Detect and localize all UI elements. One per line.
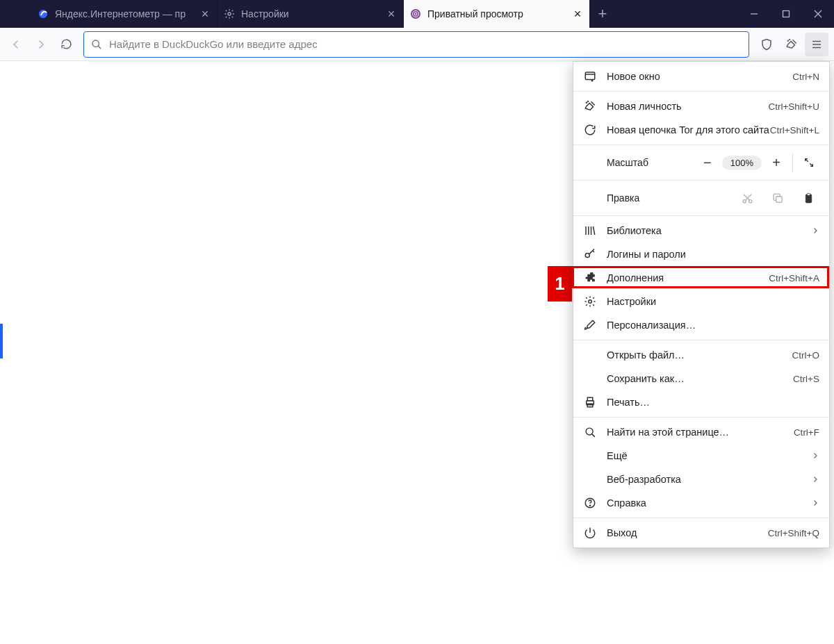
spacer-icon <box>583 472 597 486</box>
zoom-in-button[interactable]: + <box>766 152 787 173</box>
app-menu: Новое окно Ctrl+N Новая личность Ctrl+Sh… <box>573 61 830 548</box>
svg-rect-16 <box>585 72 595 80</box>
address-input[interactable] <box>109 38 742 50</box>
svg-rect-28 <box>807 193 810 195</box>
menu-zoom-row: Масштаб − 100% + <box>573 148 829 177</box>
svg-line-10 <box>98 46 101 49</box>
menu-open-file[interactable]: Открыть файл… Ctrl+O <box>573 343 829 367</box>
chevron-right-icon <box>811 226 819 235</box>
menu-label: Библиотека <box>607 225 806 236</box>
chevron-right-icon <box>811 475 819 484</box>
navbar <box>0 28 834 61</box>
search-icon <box>91 39 102 50</box>
paintbrush-icon <box>583 318 597 332</box>
zoom-out-button[interactable]: − <box>697 152 718 173</box>
titlebar: Яндекс.Интернетометр — пр × Настройки × … <box>0 0 834 28</box>
svg-line-32 <box>594 226 595 235</box>
close-icon[interactable]: × <box>571 8 584 20</box>
cut-button[interactable] <box>736 188 758 208</box>
menu-help[interactable]: Справка <box>573 491 829 515</box>
menu-label: Ещё <box>607 450 806 461</box>
callout-box <box>572 266 829 288</box>
menu-shortcut: Ctrl+N <box>792 72 819 82</box>
tab-settings[interactable]: Настройки × <box>218 0 404 28</box>
svg-point-11 <box>787 40 788 41</box>
svg-point-9 <box>92 40 99 47</box>
svg-point-12 <box>790 39 790 40</box>
svg-rect-26 <box>776 196 782 202</box>
broom-button[interactable] <box>780 33 803 56</box>
zoom-label: Масштаб <box>583 157 697 168</box>
divider <box>792 153 793 172</box>
menu-library[interactable]: Библиотека <box>573 219 829 242</box>
menu-customize[interactable]: Персонализация… <box>573 313 829 337</box>
tab-label: Яндекс.Интернетометр — пр <box>55 8 195 19</box>
key-icon <box>583 247 597 261</box>
gear-icon <box>583 295 597 308</box>
menu-label: Персонализация… <box>607 320 819 331</box>
menu-shortcut: Ctrl+Shift+Q <box>768 528 819 538</box>
search-icon <box>583 425 597 439</box>
svg-point-0 <box>39 10 47 18</box>
spacer-icon <box>583 372 597 386</box>
menu-find[interactable]: Найти на этой странице… Ctrl+F <box>573 420 829 444</box>
menu-quit[interactable]: Выход Ctrl+Shift+Q <box>573 521 829 545</box>
forward-button[interactable] <box>29 33 53 56</box>
reload-button[interactable] <box>54 33 78 56</box>
fullscreen-button[interactable] <box>799 152 819 173</box>
close-icon[interactable]: × <box>199 8 211 20</box>
power-icon <box>583 526 597 540</box>
tab-private[interactable]: Приватный просмотр × <box>404 0 590 28</box>
menu-shortcut: Ctrl+S <box>793 374 819 384</box>
paste-button[interactable] <box>797 188 819 208</box>
menu-edit-row: Правка <box>573 183 829 213</box>
chevron-right-icon <box>811 499 819 507</box>
app-menu-button[interactable] <box>805 33 828 56</box>
menu-label: Веб-разработка <box>607 474 806 485</box>
tor-onion-icon <box>409 8 422 20</box>
tab-label: Приватный просмотр <box>427 8 567 19</box>
broom-icon <box>583 99 597 113</box>
new-tab-button[interactable]: + <box>590 0 615 28</box>
copy-button[interactable] <box>767 188 789 208</box>
svg-point-38 <box>586 428 593 435</box>
svg-point-1 <box>228 13 231 15</box>
menu-label: Новое окно <box>607 71 792 82</box>
menu-new-identity[interactable]: Новая личность Ctrl+Shift+U <box>573 94 829 118</box>
menu-settings[interactable]: Настройки <box>573 290 829 313</box>
menu-new-circuit[interactable]: Новая цепочка Tor для этого сайта Ctrl+S… <box>573 118 829 142</box>
yandex-favicon <box>37 8 49 20</box>
menu-shortcut: Ctrl+Shift+L <box>770 125 819 135</box>
address-bar[interactable] <box>83 31 749 58</box>
help-icon <box>583 496 597 510</box>
menu-shortcut: Ctrl+F <box>794 427 819 438</box>
svg-point-34 <box>589 300 592 304</box>
close-icon[interactable]: × <box>385 8 398 20</box>
menu-logins[interactable]: Логины и пароли <box>573 242 829 266</box>
svg-point-20 <box>586 102 587 103</box>
zoom-value[interactable]: 100% <box>722 156 762 170</box>
edit-label: Правка <box>583 192 728 204</box>
browser-icon-slot <box>0 0 31 28</box>
menu-label: Сохранить как… <box>607 373 793 384</box>
close-window-button[interactable] <box>802 0 834 28</box>
shield-button[interactable] <box>755 33 778 56</box>
menu-label: Печать… <box>607 397 819 408</box>
menu-shortcut: Ctrl+Shift+U <box>768 101 819 112</box>
tab-yandex[interactable]: Яндекс.Интернетометр — пр × <box>31 0 218 28</box>
minimize-button[interactable] <box>738 0 770 28</box>
menu-label: Выход <box>607 527 768 538</box>
menu-web-dev[interactable]: Веб-разработка <box>573 468 829 491</box>
menu-new-window[interactable]: Новое окно Ctrl+N <box>573 65 829 88</box>
svg-line-39 <box>591 434 594 436</box>
menu-more[interactable]: Ещё <box>573 444 829 468</box>
chevron-right-icon <box>811 452 819 460</box>
spacer-icon <box>583 348 597 362</box>
menu-print[interactable]: Печать… <box>573 390 829 414</box>
back-button[interactable] <box>4 33 28 56</box>
menu-save-as[interactable]: Сохранить как… Ctrl+S <box>573 367 829 390</box>
printer-icon <box>583 395 597 409</box>
maximize-button[interactable] <box>770 0 802 28</box>
callout-number: 1 <box>548 266 572 302</box>
left-accent-stripe <box>0 324 3 358</box>
